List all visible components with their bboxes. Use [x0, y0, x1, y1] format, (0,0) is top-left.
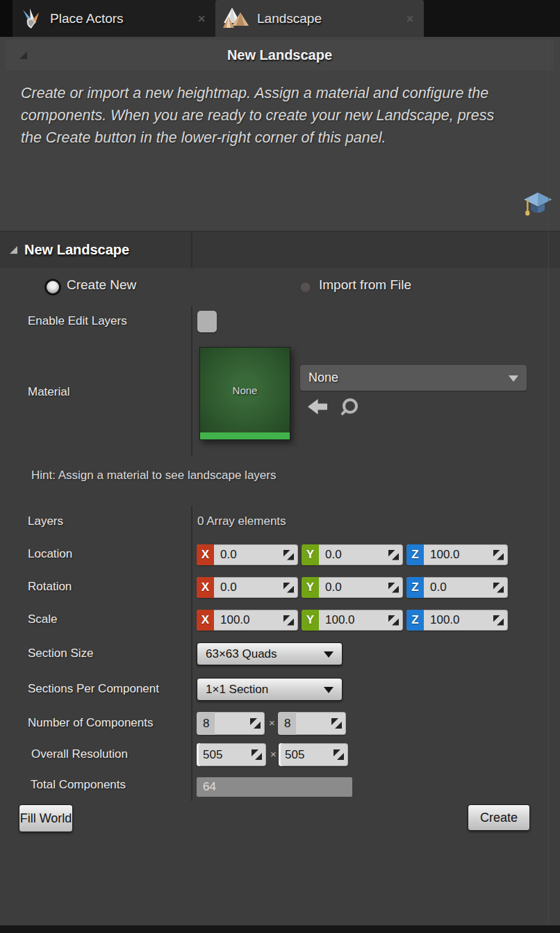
tab-landscape[interactable]: Landscape ✕	[215, 0, 424, 37]
location-x-field[interactable]: X 0.0	[197, 544, 298, 565]
axis-z-label: Z	[406, 610, 424, 631]
material-thumbnail-text: None	[233, 384, 258, 396]
scale-y-value[interactable]: 100.0	[319, 610, 355, 631]
panel-bottom-edge	[0, 925, 560, 933]
overall-resolution-x-field[interactable]: 505	[197, 743, 266, 766]
sections-per-component-dropdown[interactable]: 1×1 Section	[197, 678, 343, 701]
chevron-down-icon	[324, 651, 333, 663]
material-thumbnail[interactable]: None	[199, 347, 290, 440]
axis-z-label: Z	[406, 577, 424, 598]
axis-y-label: Y	[302, 544, 319, 565]
number-of-components-label: Number of Components	[28, 716, 153, 730]
axis-z-label: Z	[406, 544, 424, 565]
column-splitter[interactable]	[191, 306, 192, 455]
material-label: Material	[28, 385, 69, 399]
import-from-file-radio[interactable]	[299, 282, 311, 293]
drag-handle-icon[interactable]	[388, 550, 399, 560]
tabbar-lead-space	[0, 0, 13, 37]
section-collapse-arrow-icon[interactable]	[10, 246, 17, 254]
documentation-icon[interactable]	[521, 188, 554, 223]
import-from-file-radio-label[interactable]: Import from File	[319, 277, 411, 293]
location-z-value[interactable]: 100.0	[424, 544, 460, 565]
location-x-value[interactable]: 0.0	[214, 544, 237, 565]
close-tab-icon[interactable]: ✕	[406, 13, 414, 24]
column-splitter[interactable]	[191, 506, 192, 801]
tab-place-actors[interactable]: Place Actors ✕	[13, 0, 215, 37]
rotation-y-value[interactable]: 0.0	[319, 577, 342, 598]
drag-handle-icon[interactable]	[333, 749, 344, 760]
sections-per-component-label: Sections Per Component	[28, 682, 159, 696]
num-components-y-field[interactable]: 8	[278, 712, 346, 735]
num-components-x-value[interactable]: 8	[197, 712, 215, 735]
create-new-radio-label[interactable]: Create New	[67, 277, 136, 293]
section-header-new-landscape[interactable]: New Landscape	[0, 231, 560, 268]
layers-label: Layers	[28, 514, 63, 528]
drag-handle-icon[interactable]	[388, 615, 399, 626]
total-components-field: 64	[197, 777, 352, 797]
drag-handle-icon[interactable]	[331, 718, 342, 729]
close-tab-icon[interactable]: ✕	[197, 13, 206, 24]
landscape-mode-radio-row: Create New Import from File	[0, 277, 560, 300]
location-y-field[interactable]: Y 0.0	[302, 544, 403, 565]
section-size-label: Section Size	[28, 647, 94, 660]
drag-handle-icon[interactable]	[493, 615, 504, 626]
rotation-y-field[interactable]: Y 0.0	[302, 577, 403, 598]
scale-y-field[interactable]: Y 100.0	[302, 610, 403, 631]
overall-resolution-y-value[interactable]: 505	[279, 743, 304, 766]
tool-description: Create or import a new heightmap. Assign…	[21, 82, 518, 149]
panel-title: New Landscape	[227, 47, 332, 63]
landscape-mode-panel: Place Actors ✕ Landscape ✕ New Landscape	[0, 0, 560, 933]
location-label: Location	[28, 547, 72, 561]
drag-handle-icon[interactable]	[388, 583, 399, 593]
browse-to-asset-icon[interactable]	[340, 398, 359, 417]
scale-z-field[interactable]: Z 100.0	[406, 610, 508, 631]
multiply-separator: ×	[270, 748, 277, 760]
section-title: New Landscape	[24, 242, 129, 258]
location-y-value[interactable]: 0.0	[319, 544, 342, 565]
layers-value: 0 Array elements	[197, 514, 286, 528]
drag-handle-icon[interactable]	[493, 550, 504, 560]
chevron-down-icon	[509, 375, 518, 387]
drag-handle-icon[interactable]	[283, 583, 294, 593]
create-new-radio[interactable]	[44, 279, 61, 295]
axis-x-label: X	[197, 610, 214, 631]
rotation-x-field[interactable]: X 0.0	[197, 577, 298, 598]
enable-edit-layers-label: Enable Edit Layers	[28, 314, 127, 328]
section-size-dropdown[interactable]: 63×63 Quads	[197, 642, 343, 665]
drag-handle-icon[interactable]	[283, 615, 294, 626]
collapse-arrow-icon[interactable]	[19, 51, 27, 59]
chevron-down-icon	[324, 687, 333, 698]
drag-handle-icon[interactable]	[252, 749, 262, 760]
scale-z-value[interactable]: 100.0	[424, 610, 460, 631]
overall-resolution-x-value[interactable]: 505	[197, 743, 222, 766]
num-components-y-value[interactable]: 8	[278, 712, 296, 735]
column-splitter[interactable]	[191, 232, 192, 268]
num-components-x-field[interactable]: 8	[197, 712, 265, 735]
fill-world-button[interactable]: Fill World	[19, 804, 73, 832]
drag-handle-icon[interactable]	[493, 583, 504, 593]
rotation-x-value[interactable]: 0.0	[214, 577, 237, 598]
material-combo-value: None	[308, 371, 338, 385]
rotation-z-value[interactable]: 0.0	[424, 577, 447, 598]
scale-x-field[interactable]: X 100.0	[197, 610, 298, 631]
axis-x-label: X	[197, 544, 214, 565]
tab-label: Landscape	[257, 11, 322, 26]
drag-handle-icon[interactable]	[283, 550, 294, 560]
scale-label: Scale	[28, 612, 58, 626]
create-button[interactable]: Create	[468, 804, 530, 831]
sections-per-component-value: 1×1 Section	[206, 683, 268, 697]
scale-x-value[interactable]: 100.0	[214, 610, 250, 631]
section-size-value: 63×63 Quads	[206, 647, 277, 661]
drag-handle-icon[interactable]	[250, 718, 261, 729]
axis-y-label: Y	[302, 610, 319, 631]
panel-header: New Landscape	[6, 40, 554, 70]
material-hint-text: Hint: Assign a material to see landscape…	[31, 469, 276, 482]
enable-edit-layers-checkbox[interactable]	[197, 311, 217, 332]
material-asset-combobox[interactable]: None	[300, 365, 527, 391]
axis-x-label: X	[197, 577, 214, 598]
overall-resolution-y-field[interactable]: 505	[279, 743, 348, 766]
rotation-z-field[interactable]: Z 0.0	[406, 577, 508, 598]
location-z-field[interactable]: Z 100.0	[406, 544, 508, 565]
axis-y-label: Y	[302, 577, 319, 598]
tab-label: Place Actors	[50, 11, 124, 26]
